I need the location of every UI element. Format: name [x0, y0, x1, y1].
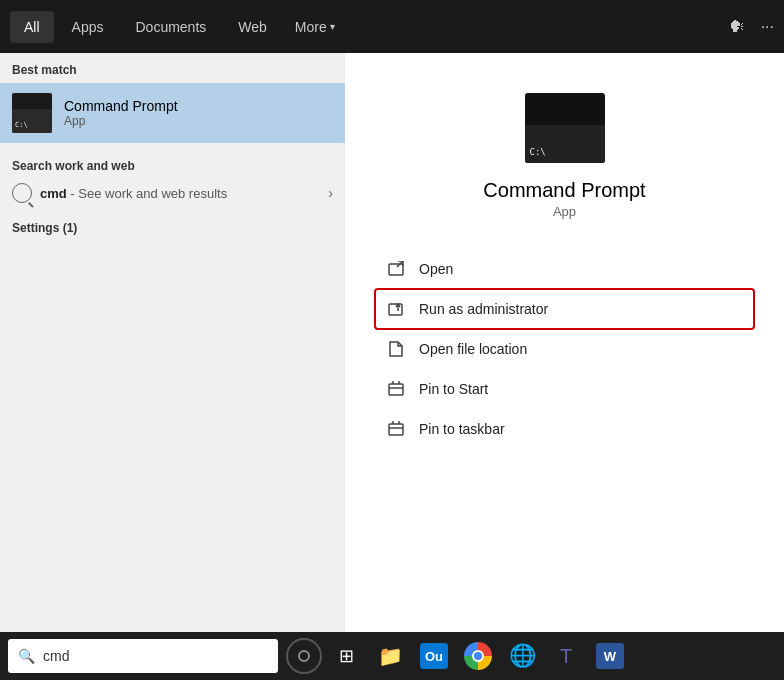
right-app-header: Command Prompt App [375, 93, 754, 219]
outlook-button[interactable]: Ou [414, 636, 454, 676]
word-icon: W [596, 643, 624, 669]
person-icon[interactable]: 🗣 [729, 18, 745, 36]
action-pin-start[interactable]: Pin to Start [375, 369, 754, 409]
best-match-label: Best match [0, 53, 345, 83]
action-open-file-location[interactable]: Open file location [375, 329, 754, 369]
pin-start-label: Pin to Start [419, 381, 488, 397]
file-location-icon [387, 339, 407, 359]
edge-icon: 🌐 [509, 643, 536, 669]
right-panel: Command Prompt App Open [345, 53, 784, 632]
tab-more[interactable]: More ▾ [285, 11, 345, 43]
teams-icon: T [560, 645, 572, 668]
action-list: Open Run as administrator [375, 249, 754, 449]
svg-rect-2 [389, 304, 402, 315]
file-explorer-icon: 📁 [378, 644, 403, 668]
search-bar-icon: 🔍 [18, 648, 35, 664]
search-web-label: Search work and web [12, 153, 333, 177]
pin-taskbar-label: Pin to taskbar [419, 421, 505, 437]
cortana-button[interactable] [286, 638, 322, 674]
action-pin-taskbar[interactable]: Pin to taskbar [375, 409, 754, 449]
run-as-admin-label: Run as administrator [419, 301, 548, 317]
open-file-location-label: Open file location [419, 341, 527, 357]
tab-apps[interactable]: Apps [58, 11, 118, 43]
svg-rect-4 [389, 384, 403, 395]
settings-label: Settings (1) [0, 213, 345, 243]
pin-start-icon [387, 379, 407, 399]
edge-button[interactable]: 🌐 [502, 636, 542, 676]
pin-taskbar-icon [387, 419, 407, 439]
cortana-inner-circle [298, 650, 310, 662]
app-title-group: Command Prompt App [64, 98, 178, 128]
taskbar-search-text: cmd [43, 648, 69, 664]
word-button[interactable]: W [590, 636, 630, 676]
right-app-name: Command Prompt [483, 179, 645, 202]
svg-rect-0 [389, 264, 403, 275]
teams-button[interactable]: T [546, 636, 586, 676]
open-label: Open [419, 261, 453, 277]
tab-web[interactable]: Web [224, 11, 281, 43]
search-web-text: cmd - See work and web results [40, 186, 227, 201]
best-match-item[interactable]: Command Prompt App [0, 83, 345, 143]
top-navigation: All Apps Documents Web More ▾ 🗣 ··· [0, 0, 784, 53]
taskbar-search-bar[interactable]: 🔍 cmd [8, 639, 278, 673]
outlook-icon: Ou [420, 643, 448, 669]
search-web-section: Search work and web cmd - See work and w… [0, 143, 345, 213]
search-circle-icon [12, 183, 32, 203]
admin-icon [387, 299, 407, 319]
svg-rect-8 [389, 424, 403, 435]
file-explorer-button[interactable]: 📁 [370, 636, 410, 676]
right-app-type: App [553, 204, 576, 219]
left-panel: Best match Command Prompt App Search wor… [0, 53, 345, 632]
chevron-right-icon: › [328, 185, 333, 201]
tab-all[interactable]: All [10, 11, 54, 43]
more-dots-icon[interactable]: ··· [761, 18, 774, 36]
chrome-button[interactable] [458, 636, 498, 676]
cmd-app-icon [12, 93, 52, 133]
chevron-down-icon: ▾ [330, 21, 335, 32]
tab-documents[interactable]: Documents [121, 11, 220, 43]
taskbar: 🔍 cmd ⊞ 📁 Ou 🌐 T W [0, 632, 784, 680]
open-icon [387, 259, 407, 279]
action-open[interactable]: Open [375, 249, 754, 289]
app-name: Command Prompt [64, 98, 178, 114]
right-cmd-icon [525, 93, 605, 163]
search-web-row[interactable]: cmd - See work and web results › [12, 177, 333, 209]
nav-right-icons: 🗣 ··· [729, 18, 774, 36]
task-view-icon: ⊞ [339, 645, 354, 667]
app-type: App [64, 114, 178, 128]
action-run-as-admin[interactable]: Run as administrator [375, 289, 754, 329]
task-view-button[interactable]: ⊞ [326, 636, 366, 676]
main-layout: Best match Command Prompt App Search wor… [0, 53, 784, 632]
chrome-icon [464, 642, 492, 670]
